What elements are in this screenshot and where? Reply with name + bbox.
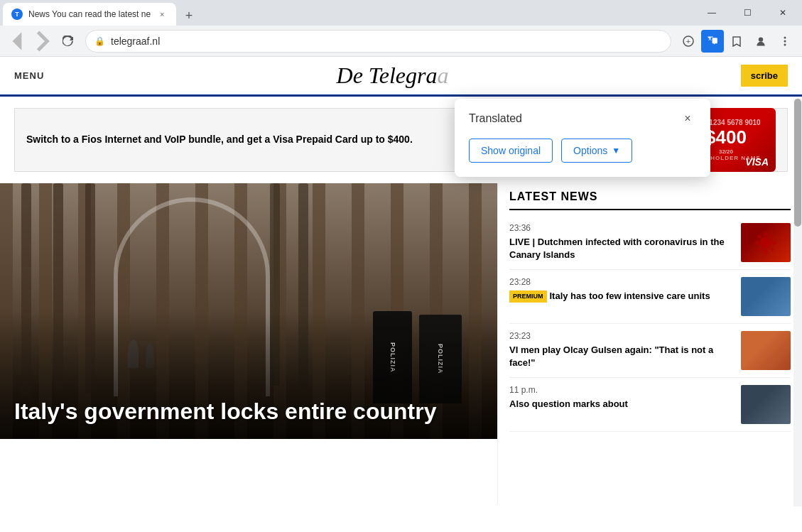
svg-point-8 (764, 249, 768, 254)
svg-point-2 (759, 37, 763, 41)
list-item[interactable]: 11 p.m. Also question marks about (509, 378, 791, 432)
news-content: 23:23 VI men play Olcay Gulsen again: "T… (509, 331, 735, 369)
svg-point-5 (784, 43, 786, 45)
thumb-also (741, 385, 791, 424)
scrollbar[interactable] (793, 99, 802, 506)
news-content: 23:36 LIVE | Dutchmen infected with coro… (509, 223, 735, 261)
translate-button[interactable] (701, 30, 724, 53)
main-layout: POLIZIA POLIZIA Italy's government locks… (0, 183, 802, 504)
tab-close-button[interactable]: × (156, 9, 168, 20)
lock-icon: 🔒 (94, 36, 105, 46)
new-tab-button[interactable]: + (179, 6, 199, 26)
svg-point-4 (784, 40, 786, 42)
forward-button[interactable] (31, 30, 54, 53)
svg-text:+: + (686, 37, 690, 45)
show-original-button[interactable]: Show original (469, 139, 553, 163)
maximize-button[interactable]: ☐ (731, 0, 764, 26)
address-text: telegraaf.nl (111, 36, 662, 47)
thumb-covid (741, 223, 791, 262)
list-item[interactable]: 23:23 VI men play Olcay Gulsen again: "T… (509, 324, 791, 378)
popup-title: Translated (469, 112, 522, 125)
profile-button[interactable] (749, 30, 772, 53)
news-time: 11 p.m. (509, 385, 735, 395)
news-content: 23:28 PREMIUMItaly has too few intensive… (509, 277, 735, 303)
page-content: MENU De Telegraa scribe Switch to a Fios… (0, 57, 802, 532)
svg-point-10 (772, 241, 776, 245)
window-controls: — ☐ ✕ (695, 0, 799, 26)
tab-bar: T News You can read the latest ne × + — … (0, 0, 802, 26)
popup-header: Translated × (469, 110, 696, 127)
news-thumbnail (741, 385, 791, 424)
news-title: VI men play Olcay Gulsen again: "That is… (509, 344, 735, 369)
svg-point-3 (784, 36, 786, 38)
news-title: Also question marks about (509, 398, 735, 411)
svg-point-6 (760, 237, 771, 249)
svg-point-14 (758, 247, 762, 251)
ad-text: Switch to a Fios Internet and VoIP bundl… (26, 133, 489, 147)
translate-popup: Translated × Show original Options ▼ (455, 99, 710, 177)
svg-point-12 (771, 247, 774, 251)
hero-caption: Italy's government locks entire country (14, 398, 483, 425)
svg-point-13 (771, 234, 774, 238)
news-time: 23:36 (509, 223, 735, 233)
svg-point-9 (755, 241, 759, 245)
news-thumbnail (741, 277, 791, 316)
close-button[interactable]: ✕ (766, 0, 799, 26)
more-menu-button[interactable] (774, 30, 796, 53)
reload-button[interactable] (57, 30, 80, 53)
premium-badge: PREMIUM (509, 291, 547, 303)
site-logo: De Telegraa (337, 63, 449, 89)
subscribe-button[interactable]: scribe (741, 65, 788, 87)
options-button[interactable]: Options ▼ (561, 139, 632, 163)
toolbar-actions: + (677, 30, 796, 53)
minimize-button[interactable]: — (695, 0, 728, 26)
browser-tab[interactable]: T News You can read the latest ne × (3, 3, 176, 26)
site-header: MENU De Telegraa scribe (0, 57, 802, 97)
tab-favicon: T (11, 9, 23, 20)
visa-label: VISA (745, 156, 769, 168)
address-bar[interactable]: 🔒 telegraaf.nl (85, 30, 671, 53)
news-content: 11 p.m. Also question marks about (509, 385, 735, 411)
thumb-italy (741, 277, 791, 316)
news-thumbnail (741, 223, 791, 262)
tab-title: News You can read the latest ne (28, 9, 151, 19)
svg-point-7 (764, 232, 768, 237)
popup-close-button[interactable]: × (679, 110, 696, 127)
menu-button[interactable]: MENU (14, 70, 44, 81)
add-bookmark-button[interactable]: + (677, 30, 700, 53)
thumb-person (741, 331, 791, 370)
news-title: LIVE | Dutchmen infected with coronaviru… (509, 236, 735, 261)
news-time: 23:23 (509, 331, 735, 341)
list-item[interactable]: 23:28 PREMIUMItaly has too few intensive… (509, 270, 791, 324)
browser-toolbar: 🔒 telegraaf.nl + (0, 26, 802, 57)
back-button[interactable] (6, 30, 28, 53)
news-title: PREMIUMItaly has too few intensive care … (509, 290, 735, 303)
hero-image: POLIZIA POLIZIA Italy's government locks… (0, 183, 497, 439)
popup-actions: Show original Options ▼ (469, 139, 696, 163)
ad-headline: Switch to a Fios Internet and VoIP bundl… (26, 133, 489, 147)
svg-point-11 (758, 234, 762, 238)
browser-frame: T News You can read the latest ne × + — … (0, 0, 802, 532)
hero-section: POLIZIA POLIZIA Italy's government locks… (0, 183, 497, 504)
latest-news-title: LATEST NEWS (509, 183, 791, 210)
sidebar: LATEST NEWS 23:36 LIVE | Dutchmen infect… (497, 183, 802, 504)
chevron-down-icon: ▼ (612, 146, 620, 156)
bookmark-button[interactable] (725, 30, 748, 53)
news-thumbnail (741, 331, 791, 370)
scrollbar-thumb[interactable] (794, 99, 801, 227)
list-item[interactable]: 23:36 LIVE | Dutchmen infected with coro… (509, 216, 791, 270)
news-time: 23:28 (509, 277, 735, 287)
